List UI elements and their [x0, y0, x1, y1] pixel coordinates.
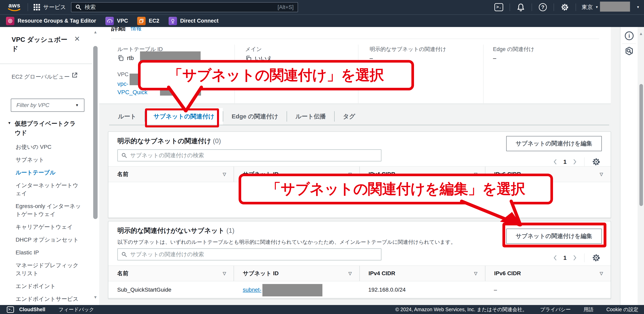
- chevron-down-icon: ▼: [595, 6, 598, 9]
- top-navigation-bar: aws サービス 検索 [Alt+S] >. ?: [0, 0, 644, 14]
- page-scrollbar[interactable]: ▲: [638, 27, 644, 305]
- sidebar-item-dhcp-option-sets[interactable]: DHCP オプションセット: [16, 236, 82, 244]
- column-header-name: 名前▽: [108, 166, 234, 182]
- table-header-row: 名前▽ サブネット ID▽ IPv4 CIDR▽ IPv6 CIDR▽: [108, 266, 610, 282]
- sidebar-item-elastic-ip[interactable]: Elastic IP: [16, 248, 82, 256]
- footer-cloudshell-link[interactable]: CloudShell: [19, 306, 46, 312]
- filter-by-vpc-placeholder: Filter by VPC: [16, 102, 50, 108]
- annotation-box-subnet-assoc-tab: [145, 108, 219, 128]
- tab-edge-associations[interactable]: Edge の関連付け: [223, 108, 286, 125]
- edit-subnet-associations-button[interactable]: サブネットの関連付けを編集: [506, 136, 602, 151]
- filter-icon[interactable]: ▽: [223, 172, 226, 176]
- scrollbar-thumb[interactable]: [93, 46, 98, 219]
- sidebar-item-managed-prefix-lists[interactable]: マネージドプレフィックスリスト: [16, 262, 82, 278]
- sidebar-item-route-tables[interactable]: ルートテーブル: [16, 168, 82, 176]
- search-icon: [122, 152, 127, 158]
- notifications-button[interactable]: [510, 0, 532, 14]
- section-title-text: 明示的な関連付けがないサブネット: [118, 227, 224, 234]
- search-placeholder: 検索: [84, 4, 274, 11]
- divider: [0, 64, 92, 64]
- footer-privacy-link[interactable]: プライバシー: [540, 306, 571, 313]
- bell-icon: [517, 3, 524, 11]
- scroll-down-icon[interactable]: ▼: [94, 295, 98, 300]
- table-settings-gear-icon[interactable]: [592, 158, 600, 166]
- subnet-link[interactable]: subnet-: [243, 286, 262, 293]
- scroll-up-icon[interactable]: ▲: [94, 30, 98, 34]
- subnet-id-redaction: [262, 284, 322, 296]
- section-count: (0): [213, 137, 221, 144]
- aws-smile-icon: [8, 8, 21, 12]
- filter-icon[interactable]: ▽: [474, 271, 478, 276]
- filter-icon[interactable]: ▽: [348, 271, 352, 276]
- cloudshell-button[interactable]: >.: [488, 0, 510, 14]
- footer-cookie-link[interactable]: Cookie の設定: [606, 306, 638, 313]
- chevron-down-icon: ▼: [75, 103, 79, 108]
- table-settings-gear-icon[interactable]: [592, 254, 600, 262]
- previous-page-icon[interactable]: [553, 158, 558, 165]
- sidebar-item-egress-only-gateways[interactable]: Egress-only インターネットゲートウェイ: [16, 202, 82, 218]
- cell-ipv4-cidr: 192.168.0.0/24: [360, 282, 485, 298]
- footer-feedback-link[interactable]: フィードバック: [58, 306, 94, 313]
- favorite-resource-groups[interactable]: Resource Groups & Tag Editor: [6, 17, 96, 25]
- info-panel-button[interactable]: i: [624, 31, 634, 40]
- filter-icon[interactable]: ▽: [600, 271, 603, 276]
- tab-routes[interactable]: ルート: [110, 108, 144, 125]
- help-button[interactable]: ?: [532, 0, 554, 14]
- close-icon[interactable]: ×: [74, 34, 80, 42]
- sidebar-title: VPC ダッシュボード: [12, 35, 72, 54]
- copy-icon[interactable]: [118, 54, 124, 62]
- tools-hexagon-icon: [624, 46, 634, 56]
- info-link[interactable]: 情報: [131, 26, 142, 32]
- subnet-association-search[interactable]: [118, 248, 382, 260]
- filter-by-vpc-select[interactable]: Filter by VPC ▼: [11, 98, 84, 112]
- sidebar-item-endpoints[interactable]: エンドポイント: [16, 282, 82, 290]
- next-page-icon[interactable]: [572, 254, 577, 261]
- settings-button[interactable]: [554, 0, 576, 14]
- sidebar-scrollbar[interactable]: ▲ ▼: [92, 27, 99, 305]
- filter-icon[interactable]: ▽: [223, 271, 226, 276]
- divider: [28, 3, 28, 11]
- resource-groups-icon: [6, 17, 14, 25]
- sidebar-item-your-vpcs[interactable]: お使いの VPC: [16, 143, 82, 151]
- account-name-redaction: [600, 2, 630, 12]
- previous-page-icon[interactable]: [553, 254, 558, 261]
- favorite-ec2[interactable]: EC2: [137, 17, 160, 25]
- page-number[interactable]: 1: [564, 158, 566, 165]
- tab-route-propagation[interactable]: ルート伝播: [287, 108, 334, 125]
- help-side-rail: i: [620, 27, 638, 305]
- search-input[interactable]: [130, 251, 378, 258]
- sidebar-item-internet-gateways[interactable]: インターネットゲートウェイ: [16, 182, 82, 198]
- sidebar-section-vpc[interactable]: ▼ 仮想プライベートクラウド: [8, 119, 82, 138]
- filter-icon[interactable]: ▽: [600, 172, 603, 176]
- column-label: 名前: [117, 170, 128, 178]
- page-number[interactable]: 1: [564, 254, 566, 261]
- divider: [584, 158, 584, 166]
- footer-terms-link[interactable]: 用語: [584, 306, 594, 313]
- info-icon: i: [625, 32, 634, 40]
- sidebar-item-carrier-gateways[interactable]: キャリアゲートウェイ: [16, 223, 82, 231]
- tab-tags[interactable]: タグ: [334, 108, 364, 125]
- sidebar-item-subnets[interactable]: サブネット: [16, 156, 82, 164]
- services-grid-icon: [34, 4, 40, 10]
- table-row[interactable]: Sub_QuickStartGuide subnet- 192.168.0.0/…: [108, 282, 610, 298]
- edge-assoc-label: Edge の関連付け: [493, 46, 534, 53]
- aws-logo[interactable]: aws: [7, 2, 22, 12]
- sidebar-nav-list: お使いの VPC サブネット ルートテーブル インターネットゲートウェイ Egr…: [16, 143, 82, 308]
- tools-panel-button[interactable]: [624, 46, 634, 56]
- search-input[interactable]: [130, 152, 378, 159]
- vpc-id-link[interactable]: vpc-: [118, 80, 128, 87]
- global-search-input[interactable]: 検索 [Alt+S]: [71, 2, 298, 12]
- favorite-vpc[interactable]: VPC: [106, 17, 128, 25]
- chevron-down-icon[interactable]: ▼: [634, 6, 644, 9]
- section-title: 明示的なサブネットの関連付け (0): [118, 136, 221, 146]
- subnet-association-search[interactable]: [118, 150, 382, 162]
- next-page-icon[interactable]: [572, 158, 577, 165]
- scrollbar-thumb[interactable]: [640, 84, 643, 206]
- scroll-up-icon[interactable]: ▲: [639, 32, 643, 36]
- cloudshell-icon: >.: [7, 306, 14, 313]
- favorite-direct-connect[interactable]: Direct Connect: [168, 17, 218, 25]
- services-menu[interactable]: サービス: [34, 4, 66, 11]
- sidebar-item-ec2-global-view[interactable]: EC2 グローバルビュー: [12, 70, 80, 81]
- region-label: 東京: [582, 4, 593, 11]
- sidebar-item-endpoint-services[interactable]: エンドポイントサービス: [16, 295, 82, 303]
